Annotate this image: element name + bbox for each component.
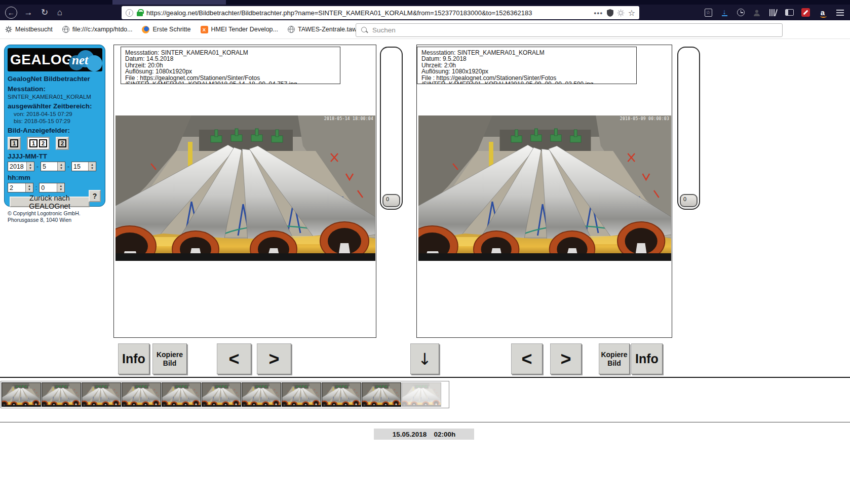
fields-label: Bild-Anzeigefelder: [8, 127, 102, 134]
back-icon: ← [5, 7, 17, 19]
meta-file-line2: /SINTER_KAMERA01_KORALM2018-05-14_18_00_… [125, 81, 340, 84]
amazon-icon[interactable]: a [816, 7, 829, 18]
bookmark-erste-schritte[interactable]: Erste Schritte [142, 26, 190, 33]
bookmark-meistbesucht[interactable]: Meistbesucht [5, 26, 53, 33]
xampp-icon: X [201, 26, 208, 33]
copyright-line2: Phorusgasse 8, 1040 Wien [8, 217, 102, 223]
day-value[interactable]: 15 [72, 162, 88, 171]
copy-image-button-right[interactable]: Kopiere Bild [599, 343, 630, 374]
filmstrip-thumb[interactable] [122, 382, 161, 407]
overflow-icon[interactable]: ••• [594, 9, 603, 17]
filmstrip-thumb[interactable] [2, 382, 41, 407]
filmstrip-thumb[interactable] [322, 382, 361, 407]
camera-photo-left: 2018-05-14 18:00:04 [115, 115, 375, 261]
download-icon[interactable]: ↓ [718, 7, 731, 18]
month-value[interactable]: 5 [41, 162, 57, 171]
info-button-right[interactable]: Info [631, 343, 663, 374]
bookmark-label: Meistbesucht [15, 26, 53, 33]
filmstrip-thumb[interactable] [242, 382, 281, 407]
hour-value[interactable]: 2 [8, 183, 25, 192]
back-to-gealognet-button[interactable]: Zurück nach GEALOGnet [10, 197, 90, 207]
year-value[interactable]: 2018 [8, 162, 26, 171]
shield-icon[interactable] [607, 9, 613, 17]
help-button[interactable]: ? [89, 190, 101, 202]
field-2: 2 [39, 139, 47, 147]
bookmark-hmei-tender[interactable]: X HMEI Tender Develop... [201, 26, 278, 33]
filmstrip-thumb[interactable] [42, 382, 81, 407]
selected-date: 15.05.2018 [393, 431, 427, 438]
range-to: bis: 2018-05-15 07:29 [14, 118, 102, 124]
copyright-line1: © Copyright Logotronic GmbH. [8, 210, 102, 216]
stepper-arrows-icon[interactable]: ▲▼ [26, 162, 34, 171]
image-slider-right[interactable]: 0 [677, 47, 700, 210]
photo-timestamp: 2018-05-14 18:00:04 [324, 117, 373, 121]
info-icon[interactable]: i [126, 9, 133, 17]
filmstrip-thumb[interactable] [282, 382, 321, 407]
previous-image-button-left[interactable]: < [217, 343, 251, 374]
back-button[interactable]: ← [4, 6, 18, 19]
url-bar[interactable]: i https://gealog.net/Bildbetrachter/Bild… [122, 6, 639, 19]
next-image-button-right[interactable]: > [550, 343, 582, 374]
cloud-icon: net [66, 49, 102, 71]
filmstrip-thumb[interactable] [162, 382, 201, 407]
sidebar-icon[interactable] [783, 7, 796, 18]
field-2: 2 [58, 139, 66, 147]
range-label: ausgewählter Zeitbereich: [8, 102, 102, 110]
history-icon[interactable] [734, 7, 747, 18]
stepper-arrows-icon[interactable]: ▲▼ [57, 162, 65, 171]
filmstrip-thumb[interactable] [362, 382, 401, 407]
year-stepper[interactable]: 2018▲▼ [8, 162, 34, 171]
view-single-left-button[interactable]: 1 [8, 137, 21, 150]
meta-date: Datum: 9.5.2018 [421, 56, 636, 62]
active-tab[interactable] [112, 0, 226, 5]
forward-button[interactable]: → [21, 6, 35, 19]
time-spinners: 2▲▼ : 0▲▼ [8, 183, 102, 192]
minute-stepper[interactable]: 0▲▼ [39, 183, 65, 192]
hour-stepper[interactable]: 2▲▼ [8, 183, 33, 192]
previous-image-button-right[interactable]: < [511, 343, 543, 374]
info-button-left[interactable]: Info [118, 343, 149, 374]
browser-toolbar: ← → ↻ ⌂ i https://gealog.net/Bildbetrach… [0, 5, 850, 20]
reload-button[interactable]: ↻ [37, 6, 52, 19]
search-field[interactable] [356, 23, 783, 37]
meta-resolution: Auflösung: 1080x1920px [421, 68, 636, 74]
slider-handle[interactable]: 0 [680, 194, 698, 207]
person-icon[interactable] [750, 7, 763, 18]
stepper-arrows-icon[interactable]: ▲▼ [25, 183, 33, 192]
bookmark-label: Erste Schritte [152, 26, 190, 33]
divider-line-bottom [0, 422, 850, 422]
view-single-right-button[interactable]: 2 [56, 137, 69, 150]
home-icon: ⌂ [57, 8, 62, 18]
next-image-button-left[interactable]: > [257, 343, 291, 374]
tab-strip [0, 0, 850, 5]
day-stepper[interactable]: 15▲▼ [71, 162, 96, 171]
menu-icon[interactable] [833, 7, 846, 18]
stepper-arrows-icon[interactable]: ▲▼ [88, 162, 96, 171]
search-input[interactable] [372, 26, 752, 34]
filmstrip-thumb[interactable] [82, 382, 121, 407]
month-stepper[interactable]: 5▲▼ [41, 162, 65, 171]
download-image-button[interactable]: ↓ [410, 343, 439, 374]
minute-value[interactable]: 0 [40, 183, 57, 192]
view-dual-button[interactable]: 1 2 [27, 137, 50, 150]
filmstrip-thumb[interactable] [202, 382, 241, 407]
library-icon[interactable] [766, 7, 780, 18]
filmstrip-thumb[interactable] [402, 382, 441, 407]
meta-resolution: Auflösung: 1080x1920px [125, 68, 340, 74]
url-text[interactable]: https://gealog.net/Bildbetrachter/Bildbe… [146, 9, 591, 17]
bookmark-xampp-file[interactable]: file:///c:/xampp/htdo... [62, 26, 133, 33]
lock-icon [137, 12, 143, 16]
star-icon[interactable]: ☆ [628, 8, 635, 18]
bookmark-label: HMEI Tender Develop... [211, 26, 278, 33]
bookmark-star-icon[interactable]: ☆ [702, 7, 715, 18]
globe-icon [62, 26, 69, 33]
gear-icon [5, 26, 12, 33]
slider-handle[interactable]: 0 [382, 194, 400, 207]
gear-icon[interactable] [617, 9, 625, 17]
home-button[interactable]: ⌂ [53, 6, 67, 19]
stepper-arrows-icon[interactable]: ▲▼ [57, 183, 64, 192]
field-1: 1 [10, 139, 18, 147]
image-slider-left[interactable]: 0 [380, 47, 403, 210]
notes-extension-icon[interactable] [799, 7, 812, 18]
copy-image-button-left[interactable]: Kopiere Bild [152, 343, 187, 374]
